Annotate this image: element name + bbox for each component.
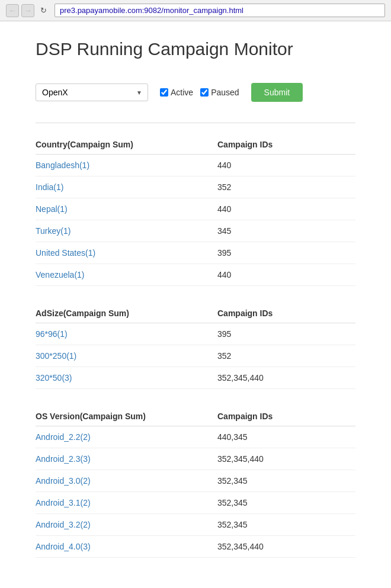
table-header-row: OS Version(Campaign Sum)Campaign IDs	[36, 407, 355, 426]
row-label-osversion-1: Android_2.3(3)	[36, 448, 211, 470]
row-value-osversion-5: 352,345,440	[211, 536, 355, 558]
row-label-adsize-2: 320*50(3)	[36, 367, 211, 389]
row-value-osversion-3: 352,345	[211, 492, 355, 514]
row-label-osversion-3: Android_3.1(2)	[36, 492, 211, 514]
table-row: Bangladesh(1)440	[36, 155, 355, 176]
col1-header-adsize: AdSize(Campaign Sum)	[36, 304, 211, 323]
table-row: Android_2.2(2)440,345	[36, 426, 355, 448]
table-row: Android_2.3(3)352,345,440	[36, 448, 355, 470]
row-value-adsize-1: 352	[211, 345, 355, 367]
row-value-osversion-2: 352,345	[211, 470, 355, 492]
row-value-adsize-0: 395	[211, 323, 355, 345]
table-row: Android_4.0(3)352,345,440	[36, 536, 355, 558]
row-label-country-5: Venezuela(1)	[36, 264, 211, 286]
row-label-osversion-4: Android_3.2(2)	[36, 514, 211, 536]
section-country: Country(Campaign Sum)Campaign IDsBanglad…	[36, 135, 355, 286]
paused-checkbox[interactable]	[200, 88, 209, 97]
col2-header-osversion: Campaign IDs	[211, 407, 355, 426]
row-value-country-4: 395	[211, 242, 355, 264]
dsp-select[interactable]: OpenX AdMob MoPub	[36, 83, 148, 101]
row-label-country-2: Nepal(1)	[36, 198, 211, 220]
sections-container: Country(Campaign Sum)Campaign IDsBanglad…	[36, 135, 355, 558]
table-row: Nepal(1)440	[36, 198, 355, 220]
table-row: Venezuela(1)440	[36, 264, 355, 286]
table-row: Android_3.1(2)352,345	[36, 492, 355, 514]
section-osversion: OS Version(Campaign Sum)Campaign IDsAndr…	[36, 407, 355, 558]
section-adsize: AdSize(Campaign Sum)Campaign IDs96*96(1)…	[36, 304, 355, 389]
row-value-country-0: 440	[211, 155, 355, 176]
row-value-country-3: 345	[211, 220, 355, 242]
submit-button[interactable]: Submit	[251, 83, 303, 102]
table-header-row: AdSize(Campaign Sum)Campaign IDs	[36, 304, 355, 323]
url-bar[interactable]	[55, 4, 385, 17]
table-row: Android_3.0(2)352,345	[36, 470, 355, 492]
row-label-osversion-5: Android_4.0(3)	[36, 536, 211, 558]
col1-header-osversion: OS Version(Campaign Sum)	[36, 407, 211, 426]
row-label-adsize-0: 96*96(1)	[36, 323, 211, 345]
row-label-country-0: Bangladesh(1)	[36, 155, 211, 176]
table-header-row: Country(Campaign Sum)Campaign IDs	[36, 135, 355, 155]
paused-label: Paused	[211, 88, 239, 97]
forward-button[interactable]: →	[21, 4, 34, 17]
page-title: DSP Running Campaign Monitor	[36, 39, 355, 59]
page-content: DSP Running Campaign Monitor OpenX AdMob…	[0, 21, 391, 588]
table-row: India(1)352	[36, 176, 355, 198]
row-value-osversion-0: 440,345	[211, 426, 355, 448]
row-value-country-1: 352	[211, 176, 355, 198]
table-row: Turkey(1)345	[36, 220, 355, 242]
row-value-adsize-2: 352,345,440	[211, 367, 355, 389]
col2-header-country: Campaign IDs	[211, 135, 355, 155]
row-label-country-1: India(1)	[36, 176, 211, 198]
row-label-country-3: Turkey(1)	[36, 220, 211, 242]
row-value-osversion-4: 352,345	[211, 514, 355, 536]
row-value-osversion-1: 352,345,440	[211, 448, 355, 470]
checkbox-group: Active Paused	[160, 88, 239, 97]
active-checkbox[interactable]	[160, 88, 168, 97]
row-label-adsize-1: 300*250(1)	[36, 345, 211, 367]
table-row: 96*96(1)395	[36, 323, 355, 345]
refresh-button[interactable]: ↻	[37, 4, 50, 17]
nav-buttons: ← → ↻	[6, 4, 50, 17]
row-value-country-5: 440	[211, 264, 355, 286]
table-row: 320*50(3)352,345,440	[36, 367, 355, 389]
paused-checkbox-label[interactable]: Paused	[200, 88, 239, 97]
active-checkbox-label[interactable]: Active	[160, 88, 193, 97]
browser-toolbar: ← → ↻	[0, 0, 391, 21]
table-row: 300*250(1)352	[36, 345, 355, 367]
controls-row: OpenX AdMob MoPub Active Paused Submit	[36, 83, 355, 102]
table-row: United States(1)395	[36, 242, 355, 264]
table-row: Android_3.2(2)352,345	[36, 514, 355, 536]
top-divider	[36, 123, 355, 123]
dsp-select-wrapper[interactable]: OpenX AdMob MoPub	[36, 83, 148, 101]
col1-header-country: Country(Campaign Sum)	[36, 135, 211, 155]
back-button[interactable]: ←	[6, 4, 19, 17]
active-label: Active	[171, 88, 193, 97]
row-label-osversion-2: Android_3.0(2)	[36, 470, 211, 492]
row-label-osversion-0: Android_2.2(2)	[36, 426, 211, 448]
table-adsize: AdSize(Campaign Sum)Campaign IDs96*96(1)…	[36, 304, 355, 389]
row-label-country-4: United States(1)	[36, 242, 211, 264]
row-value-country-2: 440	[211, 198, 355, 220]
col2-header-adsize: Campaign IDs	[211, 304, 355, 323]
table-country: Country(Campaign Sum)Campaign IDsBanglad…	[36, 135, 355, 286]
table-osversion: OS Version(Campaign Sum)Campaign IDsAndr…	[36, 407, 355, 558]
